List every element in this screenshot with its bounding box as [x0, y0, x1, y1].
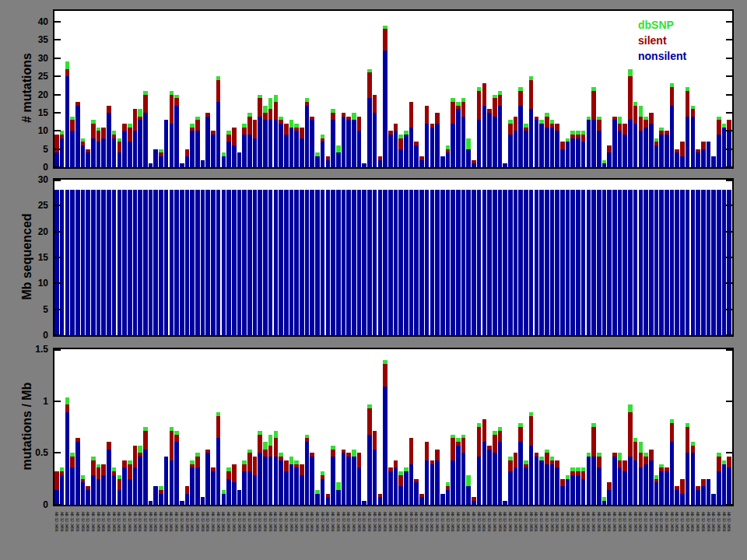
rate-segment-dbsnp — [263, 442, 268, 450]
bar-segment-nonsilent — [201, 160, 205, 167]
x-tick-label: AB-12-3456 — [216, 512, 220, 531]
bar-mb-sequenced — [654, 190, 659, 335]
rate-segment-nonsilent — [576, 475, 580, 505]
rate-segment-nonsilent — [508, 471, 513, 505]
bar-mb-sequenced — [539, 190, 544, 335]
rate-segment-silent — [326, 494, 331, 498]
bar-segment-nonsilent — [367, 98, 372, 167]
rate-segment-dbsnp — [216, 412, 221, 416]
bar-segment-silent — [128, 128, 132, 142]
y-tick-label: 0 — [0, 162, 48, 173]
bar-segment-nonsilent — [414, 145, 419, 167]
rate-segment-dbsnp — [174, 431, 179, 435]
rate-segment-dbsnp — [117, 475, 122, 479]
rate-segment-silent — [612, 453, 617, 457]
rate-segment-dbsnp — [190, 460, 195, 464]
rate-segment-dbsnp — [659, 464, 664, 468]
rate-segment-nonsilent — [701, 486, 706, 505]
rate-segment-nonsilent — [545, 464, 549, 505]
rate-segment-dbsnp — [404, 467, 409, 471]
bar-mb-sequenced — [555, 190, 559, 335]
bar-segment-nonsilent — [96, 142, 101, 167]
bar-segment-dbsnp — [383, 26, 388, 30]
bar-segment-nonsilent — [274, 120, 279, 167]
bar-segment-nonsilent — [65, 76, 70, 167]
rate-segment-nonsilent — [430, 464, 435, 505]
bar-mb-sequenced — [419, 190, 424, 335]
bar-segment-dbsnp — [305, 98, 310, 102]
x-tick-label: AB-12-3456 — [560, 512, 564, 531]
x-tick-label: AB-12-3456 — [612, 512, 616, 531]
bar-segment-nonsilent — [597, 131, 601, 167]
x-tick-label: AB-12-3456 — [409, 512, 413, 531]
rate-segment-nonsilent — [357, 467, 362, 505]
legend-item-silent: silent — [638, 33, 686, 48]
bar-segment-silent — [409, 102, 414, 128]
bar-segment-silent — [446, 149, 451, 153]
rate-segment-nonsilent — [711, 494, 716, 505]
rate-segment-silent — [670, 423, 675, 442]
bar-mb-sequenced — [622, 190, 627, 335]
bar-segment-silent — [717, 120, 721, 135]
bar-mb-sequenced — [461, 190, 466, 335]
bar-mb-sequenced — [362, 190, 366, 335]
x-tick-label: AB-12-3456 — [294, 512, 298, 531]
rate-segment-nonsilent — [222, 494, 226, 505]
x-tick-label: AB-12-3456 — [315, 512, 319, 531]
rate-segment-silent — [487, 446, 492, 450]
bar-segment-nonsilent — [591, 120, 596, 167]
rate-segment-silent — [576, 471, 580, 475]
rate-segment-silent — [518, 427, 523, 442]
rate-segment-nonsilent — [654, 482, 659, 505]
bar-segment-nonsilent — [612, 120, 617, 167]
bar-mb-sequenced — [232, 190, 237, 335]
bar-segment-dbsnp — [289, 120, 294, 127]
bar-segment-silent — [226, 135, 231, 142]
bar-segment-silent — [665, 131, 669, 135]
rate-segment-nonsilent — [560, 486, 565, 505]
y-tick-label: 20 — [0, 226, 48, 237]
rate-segment-nonsilent — [170, 460, 174, 505]
rate-segment-silent — [535, 453, 539, 457]
rate-segment-silent — [54, 471, 59, 490]
rate-segment-nonsilent — [440, 494, 445, 505]
bar-segment-nonsilent — [680, 156, 685, 167]
y-tick-mark — [726, 504, 732, 505]
bar-segment-nonsilent — [153, 149, 158, 167]
x-tick-label: AB-12-3456 — [180, 512, 184, 531]
bar-segment-nonsilent — [633, 124, 638, 167]
rate-segment-nonsilent — [514, 467, 518, 505]
x-tick-label: AB-12-3456 — [628, 512, 632, 531]
bar-mb-sequenced — [435, 190, 440, 335]
bar-segment-nonsilent — [394, 131, 398, 167]
rate-segment-nonsilent — [294, 467, 299, 505]
bar-segment-nonsilent — [686, 117, 690, 167]
bar-segment-silent — [514, 117, 518, 131]
x-tick-label: AB-12-3456 — [696, 512, 700, 531]
rate-segment-nonsilent — [493, 453, 497, 505]
bar-segment-dbsnp — [96, 128, 101, 131]
bar-mb-sequenced — [164, 190, 169, 335]
y-tick-mark — [54, 180, 61, 181]
bar-segment-dbsnp — [70, 117, 75, 121]
x-tick-label: AB-12-3456 — [201, 512, 205, 531]
bar-mb-sequenced — [404, 190, 409, 335]
bar-segment-dbsnp — [628, 69, 633, 76]
x-tick-label: AB-12-3456 — [54, 512, 58, 531]
bar-segment-dbsnp — [274, 95, 279, 102]
bar-segment-nonsilent — [628, 120, 633, 167]
x-tick-label: AB-12-3456 — [284, 512, 288, 531]
x-tick-label: AB-12-3456 — [164, 512, 168, 531]
rate-segment-silent — [622, 460, 627, 471]
rate-segment-dbsnp — [305, 435, 310, 439]
rate-segment-nonsilent — [107, 450, 111, 505]
x-tick-label: AB-12-3456 — [690, 512, 694, 531]
bar-mb-sequenced — [86, 190, 90, 335]
x-tick-label: AB-12-3456 — [75, 512, 79, 531]
bar-segment-dbsnp — [352, 113, 356, 120]
bar-segment-nonsilent — [342, 117, 346, 167]
bar-segment-nonsilent — [133, 131, 138, 167]
x-tick-label: AB-12-3456 — [570, 512, 574, 531]
rate-segment-nonsilent — [315, 494, 320, 505]
bar-segment-dbsnp — [216, 76, 221, 80]
